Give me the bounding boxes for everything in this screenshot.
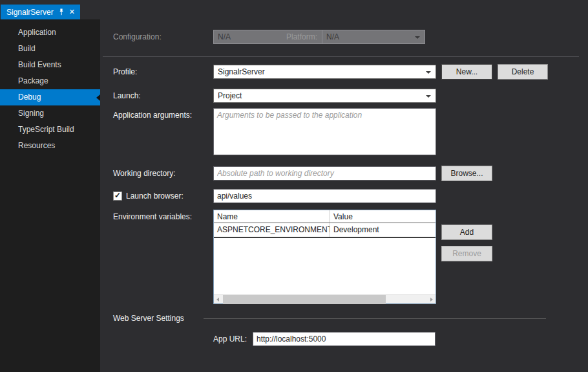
grid-row[interactable]: ASPNETCORE_ENVIRONMENT Development (214, 223, 436, 238)
app-url-label: App URL: (213, 332, 247, 346)
working-directory-input[interactable] (213, 166, 436, 181)
sidebar-item-signing[interactable]: Signing (0, 105, 100, 122)
tab-title: SignalrServer (6, 8, 54, 17)
close-icon[interactable]: ✕ (69, 8, 75, 16)
configuration-value: N/A (218, 32, 231, 41)
sidebar-item-resources[interactable]: Resources (0, 138, 100, 154)
scroll-left-button[interactable] (214, 295, 223, 304)
header-cell-name: Name (214, 210, 330, 223)
launch-label: Launch: (113, 89, 141, 103)
pin-icon[interactable] (58, 8, 65, 16)
sidebar-item-build[interactable]: Build (0, 41, 100, 57)
cell-name[interactable]: ASPNETCORE_ENVIRONMENT (214, 223, 330, 237)
project-properties-window: SignalrServer ✕ Application Build Build … (0, 0, 588, 372)
launch-browser-checkbox[interactable] (113, 191, 122, 201)
sidebar-item-debug[interactable]: Debug (0, 89, 100, 105)
add-button[interactable]: Add (441, 224, 492, 240)
delete-button[interactable]: Delete (498, 64, 548, 80)
app-url-input[interactable] (253, 332, 436, 346)
configuration-label: Configuration: (113, 30, 162, 44)
grid-empty-area (214, 238, 436, 294)
scroll-right-button[interactable] (426, 295, 436, 304)
chevron-down-icon (426, 95, 431, 98)
cell-value[interactable]: Development (330, 223, 436, 237)
launch-browser-label: Launch browser: (126, 189, 184, 203)
web-server-settings-divider (204, 318, 546, 319)
web-server-settings-heading: Web Server Settings (113, 313, 184, 323)
environment-variables-label: Environment variables: (113, 210, 192, 224)
working-directory-label: Working directory: (113, 166, 175, 181)
application-arguments-label: Application arguments: (113, 108, 192, 122)
profile-label: Profile: (113, 65, 137, 79)
sidebar-item-application[interactable]: Application (0, 25, 100, 41)
grid-header: Name Value (214, 210, 436, 223)
scroll-thumb[interactable] (223, 295, 386, 304)
new-button[interactable]: New... (441, 64, 492, 80)
profile-value: SignalrServer (218, 67, 265, 76)
launch-dropdown[interactable]: Project (213, 89, 436, 103)
sidebar-item-package[interactable]: Package (0, 73, 100, 89)
properties-sidebar: Application Build Build Events Package D… (0, 19, 100, 372)
env-vars-grid[interactable]: Name Value ASPNETCORE_ENVIRONMENT Develo… (213, 210, 436, 304)
remove-button: Remove (441, 246, 492, 261)
chevron-down-icon (415, 36, 420, 39)
sidebar-item-build-events[interactable]: Build Events (0, 57, 100, 73)
launch-browser-input[interactable] (213, 189, 436, 203)
platform-label: Platform: (286, 30, 317, 44)
h-scrollbar[interactable] (214, 294, 436, 303)
platform-value: N/A (326, 32, 339, 41)
platform-dropdown: N/A (322, 30, 425, 44)
config-divider (103, 56, 579, 57)
launch-value: Project (218, 91, 242, 100)
tab-signalrserver[interactable]: SignalrServer ✕ (1, 5, 80, 19)
sidebar-item-typescript-build[interactable]: TypeScript Build (0, 122, 100, 138)
profile-dropdown[interactable]: SignalrServer (213, 65, 436, 79)
header-cell-value: Value (330, 210, 436, 223)
application-arguments-textarea[interactable] (213, 108, 436, 155)
browse-button[interactable]: Browse... (441, 166, 492, 181)
document-tab-bar: SignalrServer ✕ (0, 0, 588, 19)
chevron-down-icon (426, 71, 431, 74)
debug-page: Configuration: N/A Platform: N/A Profile… (100, 19, 588, 372)
